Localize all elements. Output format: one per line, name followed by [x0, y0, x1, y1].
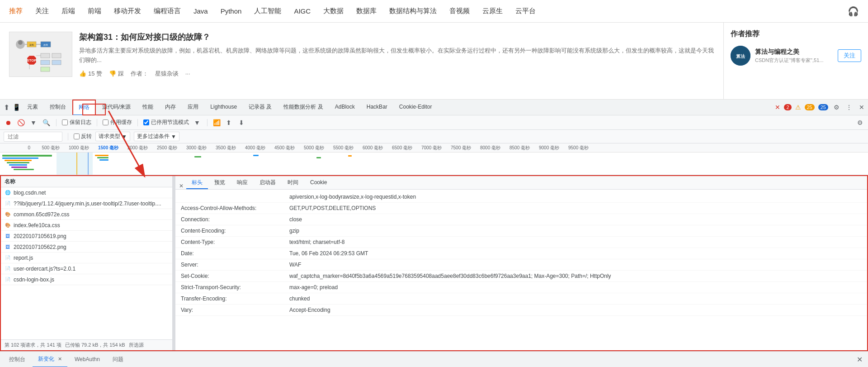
preserve-log-checkbox[interactable]: 保留日志	[62, 119, 91, 126]
dropdown-arrow-icon[interactable]: ▼	[193, 118, 202, 127]
close-bottom-icon[interactable]: ✕	[855, 356, 864, 363]
disable-cache-input[interactable]	[103, 119, 108, 125]
mobile-icon[interactable]: 📱	[12, 103, 21, 112]
nav-item-av[interactable]: 音视频	[449, 7, 470, 15]
file-item[interactable]: 📄 ??lib/jquery/1.12.4/jquery.min.js,user…	[1, 198, 172, 209]
disable-cache-checkbox[interactable]: 停用缓存	[103, 119, 132, 126]
nav-item-lang[interactable]: 编程语言	[154, 7, 181, 15]
file-item[interactable]: 📄 user-ordercart.js?ts=2.0.1	[1, 263, 172, 274]
article-thumbnail[interactable]: 架构 故障 STOP	[9, 32, 72, 77]
preserve-log-input[interactable]	[62, 119, 68, 125]
close-circle-icon: ✕	[775, 104, 780, 111]
ruler-6500: 6500 毫秒	[384, 145, 413, 151]
top-nav-right: 🎧	[848, 6, 859, 17]
devtools-tab-hackbar[interactable]: HackBar	[361, 100, 393, 115]
nav-item-bigdata[interactable]: 大数据	[323, 7, 344, 15]
svg-rect-24	[7, 162, 29, 163]
filter-sep	[68, 133, 68, 140]
devtools-tab-adblock[interactable]: AdBlock	[330, 100, 360, 115]
file-item[interactable]: 🌐 blog.csdn.net	[1, 187, 172, 198]
settings-icon[interactable]: ⚙	[832, 103, 841, 112]
headers-tab-initiator[interactable]: 启动器	[254, 176, 281, 189]
close-devtools-icon[interactable]: ✕	[857, 103, 866, 112]
devtools-tab-lighthouse[interactable]: Lighthouse	[205, 100, 242, 115]
header-row: Content-Encoding: gzip	[175, 225, 867, 237]
file-item[interactable]: 🖼 20220107105619.png	[1, 231, 172, 242]
article-likes[interactable]: 👍 15 赞	[79, 70, 102, 78]
devtools-tab-memory[interactable]: 内存	[160, 100, 181, 115]
thumbdown-icon[interactable]: 👎 踩	[109, 70, 124, 78]
devtools-tab-network[interactable]: 网络	[72, 100, 96, 115]
devtools-tab-perf-insights[interactable]: 性能数据分析 及	[278, 100, 328, 115]
request-type-dropdown[interactable]: 请求类型 ▼	[95, 132, 130, 141]
headphone-icon[interactable]: 🎧	[848, 6, 859, 16]
bottom-tab-issues[interactable]: 问题	[107, 352, 129, 367]
devtools-tab-cookieeditor[interactable]: Cookie-Editor	[394, 100, 438, 115]
upload-icon[interactable]: ⬆	[224, 118, 233, 127]
svg-text:架构: 架构	[29, 43, 34, 46]
nav-item-java[interactable]: Java	[193, 7, 208, 15]
separator	[56, 119, 57, 126]
devtools-tab-recorder[interactable]: 记录器 及	[243, 100, 277, 115]
devtools-tab-sources[interactable]: 源代码/来源	[97, 100, 136, 115]
network-settings-icon[interactable]: ⚙	[855, 118, 864, 127]
file-item[interactable]: 🖼 20220107105622.png	[1, 242, 172, 253]
record-button[interactable]: ⏺	[4, 118, 13, 127]
bottom-tab-console[interactable]: 控制台	[4, 352, 31, 367]
bottom-tab-changes[interactable]: 新变化 ✕	[33, 352, 67, 367]
file-item[interactable]: 🎨 index.9efe10ca.css	[1, 220, 172, 231]
headers-tab-headers[interactable]: 标头	[186, 176, 208, 189]
nav-item-mobile[interactable]: 移动开发	[114, 7, 141, 15]
headers-tab-cookie[interactable]: Cookie	[305, 176, 332, 189]
devtools-tab-elements[interactable]: 元素	[22, 100, 43, 115]
disable-stream-input[interactable]	[143, 119, 149, 125]
disable-stream-checkbox[interactable]: 已停用节流模式	[143, 119, 189, 126]
ruler-start: 0	[2, 145, 31, 150]
filter-icon[interactable]: ▼	[29, 118, 38, 127]
nav-item-follow[interactable]: 关注	[35, 7, 49, 15]
file-item[interactable]: 🎨 common.65cd972e.css	[1, 209, 172, 220]
download-icon[interactable]: ⬇	[237, 118, 246, 127]
ruler-1500: 1500 毫秒	[90, 145, 119, 151]
filter-input[interactable]	[4, 132, 62, 142]
ruler-5500: 5500 毫秒	[325, 145, 354, 151]
devtools-tab-application[interactable]: 应用	[182, 100, 204, 115]
nav-item-frontend[interactable]: 前端	[88, 7, 101, 15]
more-filters-dropdown[interactable]: 更多过滤条件 ▼	[134, 132, 179, 141]
cursor-icon[interactable]: ⬆	[2, 103, 11, 112]
headers-tab-timing[interactable]: 时间	[282, 176, 304, 189]
nav-item-recommend[interactable]: 推荐	[9, 7, 23, 15]
nav-item-ai[interactable]: 人工智能	[254, 7, 281, 15]
article-title[interactable]: 架构篇31：如何应对接口级的故障？	[79, 32, 714, 43]
nav-item-cloudplatform[interactable]: 云平台	[515, 7, 536, 15]
author-name[interactable]: 算法与编程之美	[755, 48, 833, 56]
file-js4-icon: 📄	[5, 276, 11, 283]
devtools-tab-performance[interactable]: 性能	[137, 100, 159, 115]
close-tab-icon[interactable]: ✕	[58, 356, 62, 362]
wifi-icon[interactable]: 📶	[213, 119, 221, 126]
article-author[interactable]: 星猿杂谈	[155, 70, 179, 78]
bottom-tab-webauthn[interactable]: WebAuthn	[69, 352, 105, 367]
nav-item-aigc[interactable]: AIGC	[294, 7, 311, 15]
nav-item-database[interactable]: 数据库	[356, 7, 377, 15]
invert-checkbox[interactable]: 反转	[74, 133, 92, 140]
devtools-tab-console[interactable]: 控制台	[44, 100, 71, 115]
search-icon[interactable]: 🔍	[42, 118, 51, 127]
headers-tab-response[interactable]: 响应	[231, 176, 253, 189]
nav-item-backend[interactable]: 后端	[61, 7, 75, 15]
nav-item-dsa[interactable]: 数据结构与算法	[389, 7, 437, 15]
follow-button[interactable]: 关注	[838, 49, 861, 62]
close-panel-icon[interactable]: ✕	[179, 183, 184, 189]
headers-tab-preview[interactable]: 预览	[209, 176, 231, 189]
file-item[interactable]: 📄 csdn-login-box.js	[1, 274, 172, 285]
invert-input[interactable]	[74, 133, 80, 139]
clear-button[interactable]: 🚫	[16, 118, 25, 127]
svg-rect-30	[99, 159, 108, 161]
nav-item-python[interactable]: Python	[221, 7, 242, 15]
timeline-content[interactable]	[0, 153, 868, 175]
file-css2-icon: 🎨	[5, 222, 11, 229]
nav-item-cloudnative[interactable]: 云原生	[482, 7, 503, 15]
vertical-dots-icon[interactable]: ⋮	[844, 103, 854, 112]
article-more[interactable]: ···	[185, 70, 190, 77]
file-item[interactable]: 📄 report.js	[1, 253, 172, 263]
